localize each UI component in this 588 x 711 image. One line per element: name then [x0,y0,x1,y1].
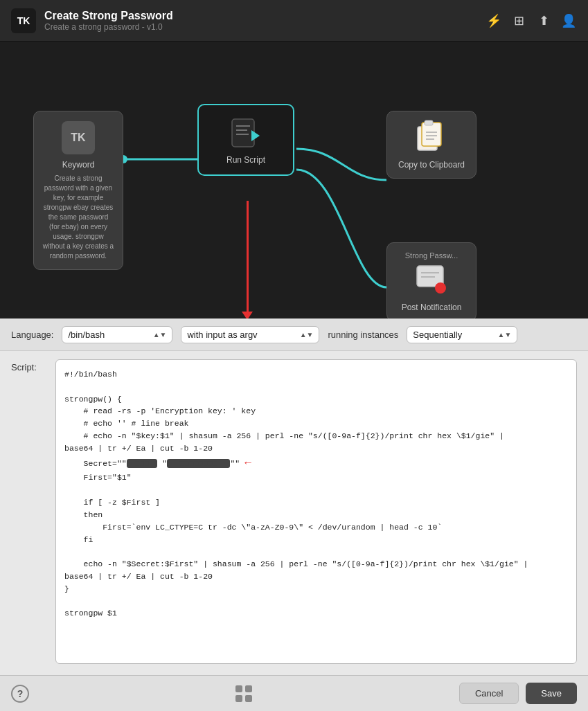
titlebar: TK Create Strong Password Create a stron… [0,0,588,42]
red-arrow-indicator [242,201,253,320]
panel-footer: ? Cancel Save [0,675,588,711]
app-subtitle: Create a strong password - v1.0 [44,22,485,32]
script-editor[interactable]: #!/bin/bash strongpw() { # read -rs -p '… [55,359,577,664]
clipboard-node[interactable]: Copy to Clipboard [386,111,476,179]
script-area: Script: #!/bin/bash strongpw() { # read … [0,351,588,672]
instances-select[interactable]: Sequentially ▲▼ [407,326,517,343]
notification-node-label: Post Notification [402,303,462,312]
script-label: Script: [11,362,37,372]
run-script-node[interactable]: Run Script [197,104,294,176]
titlebar-actions: ⚡ ⊞ ⬆ 👤 [485,12,577,29]
run-script-node-label: Run Script [226,155,265,165]
svg-rect-20 [245,695,252,702]
clipboard-node-label: Copy to Clipboard [398,160,465,170]
script-panel: Language: /bin/bash ▲▼ with input as arg… [0,318,588,711]
footer-buttons: Cancel Save [459,683,577,704]
svg-rect-18 [245,685,252,692]
save-button[interactable]: Save [526,683,577,704]
run-script-icon [228,115,264,151]
grid-icon[interactable]: ⊞ [510,12,527,29]
clipboard-icon [413,120,449,156]
language-select[interactable]: /bin/bash ▲▼ [62,326,172,343]
export-icon[interactable]: ⬆ [535,12,552,29]
footer-grid [234,684,253,703]
keyword-node[interactable]: TK Keyword Create a strong password with… [33,111,123,270]
flash-icon[interactable]: ⚡ [485,12,502,29]
input-select-arrow: ▲▼ [300,331,314,339]
keyword-node-description: Create a strong password with a given ke… [42,174,114,261]
notification-node[interactable]: Strong Passw... Post Notification [386,242,476,321]
svg-rect-2 [232,119,254,147]
notification-icon [413,262,449,298]
keyword-node-icon: TK [60,120,96,156]
svg-rect-19 [235,695,242,702]
notification-sublabel: Strong Passw... [405,251,458,260]
instances-select-arrow: ▲▼ [498,331,512,339]
script-content: #!/bin/bash strongpw() { # read -rs -p '… [64,370,528,618]
app-logo: TK [11,8,36,33]
cancel-button[interactable]: Cancel [459,683,519,704]
language-select-arrow: ▲▼ [153,331,167,339]
svg-rect-9 [425,120,433,125]
panel-toolbar: Language: /bin/bash ▲▼ with input as arg… [0,319,588,351]
keyword-node-label: Keyword [62,160,95,170]
help-button[interactable]: ? [11,685,29,703]
input-select[interactable]: with input as argv ▲▼ [181,326,319,343]
svg-rect-8 [422,123,441,146]
language-label: Language: [11,330,53,340]
svg-point-16 [435,282,446,294]
titlebar-info: Create Strong Password Create a strong p… [44,10,485,32]
app-title: Create Strong Password [44,10,485,22]
svg-rect-17 [235,685,242,692]
user-icon[interactable]: 👤 [560,12,577,29]
svg-marker-6 [251,130,260,141]
instances-label: running instances [328,330,398,340]
workflow-canvas: TK Keyword Create a strong password with… [0,42,588,360]
grid-icon [234,684,253,703]
